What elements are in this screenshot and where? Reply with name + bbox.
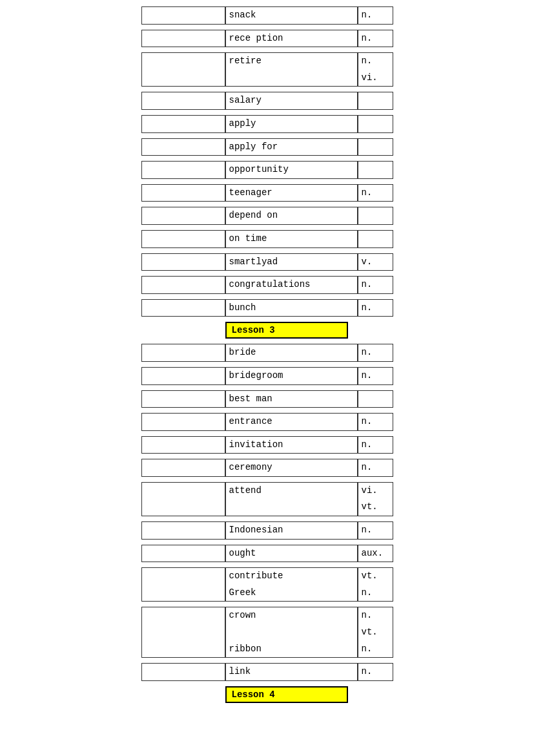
- cell-type: n.: [358, 276, 393, 294]
- cell-left: [141, 115, 225, 133]
- cell-word: Greek: [225, 585, 358, 602]
- cell-type: n.: [358, 299, 393, 317]
- cell-word: snack: [225, 6, 358, 25]
- cell-type: n.: [358, 663, 393, 681]
- cell-word: contribute: [225, 567, 358, 585]
- cell-type: vt.: [358, 499, 393, 516]
- table-row: Indonesian n.: [141, 521, 393, 540]
- cell-word: crown: [225, 607, 358, 624]
- cell-word: bridegroom: [225, 367, 358, 385]
- cell-word: apply: [225, 115, 358, 133]
- cell-left: [141, 92, 225, 110]
- table-row: congratulations n.: [141, 276, 393, 294]
- cell-word: attend: [225, 482, 358, 499]
- cell-left: [141, 344, 225, 362]
- cell-left: [141, 459, 225, 477]
- cell-word: teenager: [225, 184, 358, 202]
- cell-left: [141, 6, 225, 25]
- cell-left: [141, 521, 225, 540]
- cell-word: on time: [225, 230, 358, 248]
- lesson3-header: Lesson 3: [141, 322, 393, 339]
- cell-type: n.: [358, 521, 393, 540]
- table-row: ribbon n.: [141, 641, 393, 658]
- cell-type: n.: [358, 30, 393, 48]
- cell-word: rece ption: [225, 30, 358, 48]
- table-row: teenager n.: [141, 184, 393, 202]
- cell-word: ribbon: [225, 641, 358, 658]
- cell-word: best man: [225, 390, 358, 408]
- cell-type: n.: [358, 184, 393, 202]
- cell-type: [358, 115, 393, 133]
- cell-word: ought: [225, 545, 358, 563]
- cell-word: smartlyad: [225, 253, 358, 271]
- cell-type: n.: [358, 436, 393, 454]
- cell-type: n.: [358, 459, 393, 477]
- table-row: crown n.: [141, 607, 393, 624]
- table-row: depend on: [141, 207, 393, 225]
- cell-left: [141, 663, 225, 681]
- cell-word: invitation: [225, 436, 358, 454]
- cell-type: [358, 92, 393, 110]
- cell-type: vi.: [358, 70, 393, 87]
- cell-type: [358, 207, 393, 225]
- cell-type: n.: [358, 6, 393, 25]
- cell-type: n.: [358, 413, 393, 431]
- cell-left: [141, 230, 225, 248]
- cell-type: [358, 390, 393, 408]
- table-row: bride n.: [141, 344, 393, 362]
- lesson3-label: Lesson 3: [225, 322, 348, 339]
- cell-word: [225, 70, 358, 87]
- cell-type: n.: [358, 607, 393, 624]
- cell-type: n.: [358, 52, 393, 70]
- cell-type: vi.: [358, 482, 393, 499]
- table-row: attend vi.: [141, 482, 393, 499]
- cell-type: n.: [358, 641, 393, 658]
- cell-left: [141, 641, 225, 658]
- cell-type: n.: [358, 585, 393, 602]
- cell-type: n.: [358, 367, 393, 385]
- cell-left: [141, 390, 225, 408]
- cell-left: [141, 299, 225, 317]
- table-row: snack n.: [141, 6, 393, 25]
- cell-left: [141, 253, 225, 271]
- cell-word: retire: [225, 52, 358, 70]
- table-row: Greek n.: [141, 585, 393, 602]
- table-row: contribute vt.: [141, 567, 393, 585]
- cell-left: [141, 499, 225, 516]
- table-row: salary: [141, 92, 393, 110]
- table-row: retire n.: [141, 52, 393, 70]
- cell-left: [141, 207, 225, 225]
- cell-word: congratulations: [225, 276, 358, 294]
- cell-word: link: [225, 663, 358, 681]
- cell-type: [358, 230, 393, 248]
- cell-left: [141, 30, 225, 48]
- cell-word: entrance: [225, 413, 358, 431]
- cell-left: [141, 545, 225, 563]
- cell-left: [141, 607, 225, 624]
- cell-left: [141, 70, 225, 87]
- table-row: ceremony n.: [141, 459, 393, 477]
- lesson4-label: Lesson 4: [225, 686, 348, 703]
- table-row: vt.: [141, 499, 393, 516]
- cell-type: [358, 138, 393, 156]
- cell-left: [141, 184, 225, 202]
- cell-type: aux.: [358, 545, 393, 563]
- cell-left: [141, 161, 225, 179]
- cell-left: [141, 138, 225, 156]
- cell-word: depend on: [225, 207, 358, 225]
- table-row: rece ption n.: [141, 30, 393, 48]
- lesson4-header: Lesson 4: [141, 686, 393, 703]
- table-row: best man: [141, 390, 393, 408]
- cell-left: [141, 482, 225, 499]
- table-row: smartlyad v.: [141, 253, 393, 271]
- cell-left: [141, 367, 225, 385]
- cell-type: vt.: [358, 624, 393, 641]
- vocab-table: snack n. rece ption n. retire n. vi. sal…: [141, 6, 393, 703]
- table-row: entrance n.: [141, 413, 393, 431]
- cell-left: [141, 413, 225, 431]
- table-row: link n.: [141, 663, 393, 681]
- table-row: apply for: [141, 138, 393, 156]
- table-row: ought aux.: [141, 545, 393, 563]
- table-row: bunch n.: [141, 299, 393, 317]
- table-row: bridegroom n.: [141, 367, 393, 385]
